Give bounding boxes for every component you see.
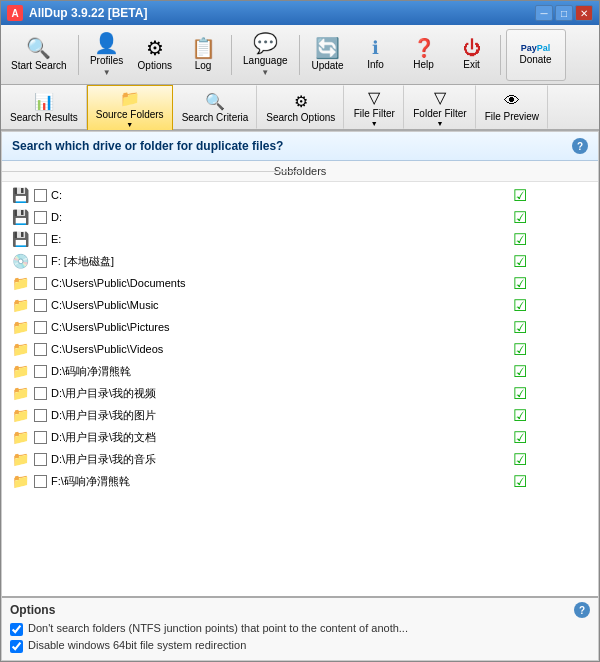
profiles-button[interactable]: 👤 Profiles ▼: [84, 29, 130, 81]
file-filter-arrow: ▼: [371, 120, 378, 127]
subfolder-check-c-music[interactable]: ☑: [510, 295, 530, 315]
drive-icon-d: 💾: [10, 209, 30, 225]
exit-button[interactable]: ⏻ Exit: [449, 29, 495, 81]
start-search-button[interactable]: 🔍 Start Search: [5, 29, 73, 81]
subfolder-check-d-folder1[interactable]: ☑: [510, 361, 530, 381]
subfolder-check-c[interactable]: ☑: [510, 185, 530, 205]
paypal-logo: PayPal: [521, 44, 551, 53]
drive-icon-d-pics: 📁: [10, 407, 30, 423]
subfolder-check-d-pics[interactable]: ☑: [510, 405, 530, 425]
folder-filter-icon: ▽: [434, 88, 446, 107]
info-button[interactable]: ℹ Info: [353, 29, 399, 81]
option-checkbox-no-junction[interactable]: [10, 623, 23, 636]
option-checkbox-no-64bit[interactable]: [10, 640, 23, 653]
source-folders-arrow: ▼: [126, 121, 133, 128]
folder-row-c-pics: 📁C:\Users\Public\Pictures☑: [2, 316, 598, 338]
subfolder-check-c-vids[interactable]: ☑: [510, 339, 530, 359]
folder-row-c-vids: 📁C:\Users\Public\Videos☑: [2, 338, 598, 360]
folder-checkbox-c-pics[interactable]: [34, 321, 47, 334]
folder-name-f-folder1: F:\码响净渭熊㲦: [51, 474, 506, 489]
folder-checkbox-d-music[interactable]: [34, 453, 47, 466]
content-question: Search which drive or folder for duplica…: [12, 139, 283, 153]
exit-icon: ⏻: [463, 39, 481, 57]
subfolder-check-e[interactable]: ☑: [510, 229, 530, 249]
tab-file-preview[interactable]: 👁 File Preview: [476, 85, 548, 129]
subfolder-check-d-music[interactable]: ☑: [510, 449, 530, 469]
folder-name-c: C:: [51, 189, 506, 201]
title-controls: ─ □ ✕: [535, 5, 593, 21]
folder-row-d-docs: 📁D:\用户目录\我的文档☑: [2, 426, 598, 448]
language-button[interactable]: 💬 Language ▼: [237, 29, 294, 81]
file-preview-icon: 👁: [504, 92, 520, 110]
tab-search-options[interactable]: ⚙ Search Options: [257, 85, 344, 129]
subfolder-checkmark-c: ☑: [513, 186, 527, 205]
folder-checkbox-d-docs[interactable]: [34, 431, 47, 444]
subfolder-check-c-docs[interactable]: ☑: [510, 273, 530, 293]
donate-button[interactable]: PayPal Donate: [506, 29, 566, 81]
folder-name-d: D:: [51, 211, 506, 223]
window-title: AllDup 3.9.22 [BETA]: [29, 6, 147, 20]
folder-name-e: E:: [51, 233, 506, 245]
folder-row-d-music: 📁D:\用户目录\我的音乐☑: [2, 448, 598, 470]
folder-checkbox-e[interactable]: [34, 233, 47, 246]
folder-filter-label: Folder Filter: [413, 108, 466, 119]
tab-search-results[interactable]: 📊 Search Results: [1, 85, 87, 129]
options-icon: ⚙: [146, 38, 164, 58]
subfolder-checkmark-d: ☑: [513, 208, 527, 227]
drive-icon-c: 💾: [10, 187, 30, 203]
minimize-button[interactable]: ─: [535, 5, 553, 21]
drive-icon-c-pics: 📁: [10, 319, 30, 335]
tab-source-folders[interactable]: 📁 Source Folders ▼: [87, 85, 173, 130]
options-header: Options ?: [10, 602, 590, 618]
folder-name-d-pics: D:\用户目录\我的图片: [51, 408, 506, 423]
search-criteria-label: Search Criteria: [182, 112, 249, 123]
subfolder-checkmark-c-music: ☑: [513, 296, 527, 315]
option-row-no-junction: Don't search folders (NTFS junction poin…: [10, 622, 590, 636]
update-button[interactable]: 🔄 Update: [305, 29, 351, 81]
options-help-button[interactable]: ?: [574, 602, 590, 618]
folder-row-c: 💾C:☑: [2, 184, 598, 206]
drive-icon-c-docs: 📁: [10, 275, 30, 291]
subfolder-check-d-vids[interactable]: ☑: [510, 383, 530, 403]
tab-file-filter[interactable]: ▽ File Filter ▼: [344, 85, 404, 129]
folder-checkbox-c-music[interactable]: [34, 299, 47, 312]
options-label: Options: [138, 60, 172, 71]
title-bar-left: A AllDup 3.9.22 [BETA]: [7, 5, 147, 21]
search-options-icon: ⚙: [294, 92, 308, 111]
folder-checkbox-d-folder1[interactable]: [34, 365, 47, 378]
subfolder-checkmark-d-vids: ☑: [513, 384, 527, 403]
folder-row-e: 💾E:☑: [2, 228, 598, 250]
help-button[interactable]: ❓ Help: [401, 29, 447, 81]
close-button[interactable]: ✕: [575, 5, 593, 21]
folder-checkbox-c[interactable]: [34, 189, 47, 202]
subfolder-check-d[interactable]: ☑: [510, 207, 530, 227]
restore-button[interactable]: □: [555, 5, 573, 21]
options-button[interactable]: ⚙ Options: [132, 29, 178, 81]
tab-search-criteria[interactable]: 🔍 Search Criteria: [173, 85, 258, 129]
drive-icon-c-vids: 📁: [10, 341, 30, 357]
option-row-no-64bit: Disable windows 64bit file system redire…: [10, 639, 590, 653]
drive-icon-f: 💿: [10, 253, 30, 269]
subfolder-check-f[interactable]: ☑: [510, 251, 530, 271]
folder-checkbox-d[interactable]: [34, 211, 47, 224]
tab-folder-filter[interactable]: ▽ Folder Filter ▼: [404, 85, 475, 129]
subfolder-checkmark-d-folder1: ☑: [513, 362, 527, 381]
folder-checkbox-f[interactable]: [34, 255, 47, 268]
folder-checkbox-f-folder1[interactable]: [34, 475, 47, 488]
subfolder-check-c-pics[interactable]: ☑: [510, 317, 530, 337]
subfolder-checkmark-d-pics: ☑: [513, 406, 527, 425]
folder-checkbox-d-pics[interactable]: [34, 409, 47, 422]
subfolder-check-f-folder1[interactable]: ☑: [510, 471, 530, 491]
content-help-button[interactable]: ?: [572, 138, 588, 154]
log-button[interactable]: 📋 Log: [180, 29, 226, 81]
folder-name-c-vids: C:\Users\Public\Videos: [51, 343, 506, 355]
search-results-label: Search Results: [10, 112, 78, 123]
folder-name-c-music: C:\Users\Public\Music: [51, 299, 506, 311]
folder-checkbox-c-vids[interactable]: [34, 343, 47, 356]
folder-checkbox-d-vids[interactable]: [34, 387, 47, 400]
drive-icon-c-music: 📁: [10, 297, 30, 313]
subfolder-check-d-docs[interactable]: ☑: [510, 427, 530, 447]
subfolder-checkmark-d-docs: ☑: [513, 428, 527, 447]
folder-checkbox-c-docs[interactable]: [34, 277, 47, 290]
content-header: Search which drive or folder for duplica…: [2, 132, 598, 161]
